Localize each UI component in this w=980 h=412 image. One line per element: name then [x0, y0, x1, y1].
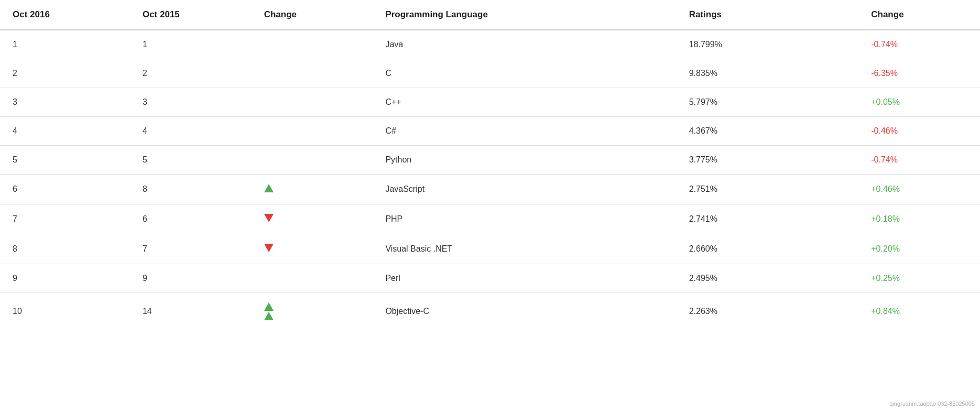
header-change2: Change	[858, 0, 980, 30]
cell-change-icon	[252, 146, 373, 175]
cell-language: PHP	[373, 204, 676, 234]
arrow-down-icon	[264, 214, 274, 222]
cell-ratings: 9.835%	[677, 59, 859, 88]
cell-change-icon	[252, 234, 373, 264]
header-ratings: Ratings	[677, 0, 859, 30]
cell-ratings: 2.495%	[677, 264, 859, 293]
cell-oct2015: 7	[130, 234, 252, 264]
cell-language: Perl	[373, 264, 676, 293]
table-row: 99Perl2.495%+0.25%	[0, 264, 980, 293]
cell-oct2016: 1	[0, 30, 130, 59]
cell-change-icon	[252, 175, 373, 204]
cell-oct2015: 3	[130, 88, 252, 117]
cell-change-value: -0.46%	[858, 117, 980, 146]
cell-ratings: 2.660%	[677, 234, 859, 264]
cell-ratings: 18.799%	[677, 30, 859, 59]
arrow-up-double-icon	[264, 302, 276, 320]
cell-oct2016: 8	[0, 234, 130, 264]
cell-oct2015: 1	[130, 30, 252, 59]
header-oct2015: Oct 2015	[130, 0, 252, 30]
cell-change-value: -6.35%	[858, 59, 980, 88]
cell-change-icon	[252, 59, 373, 88]
table-header: Oct 2016 Oct 2015 Change Programming Lan…	[0, 0, 980, 30]
cell-language: C++	[373, 88, 676, 117]
table-row: 44C#4.367%-0.46%	[0, 117, 980, 146]
cell-change-value: +0.46%	[858, 175, 980, 204]
rankings-table: Oct 2016 Oct 2015 Change Programming Lan…	[0, 0, 980, 330]
cell-oct2016: 6	[0, 175, 130, 204]
cell-ratings: 2.741%	[677, 204, 859, 234]
cell-ratings: 4.367%	[677, 117, 859, 146]
cell-change-icon	[252, 88, 373, 117]
cell-language: Objective-C	[373, 293, 676, 330]
arrow-up-icon	[264, 184, 274, 192]
cell-change-value: +0.84%	[858, 293, 980, 330]
cell-oct2015: 4	[130, 117, 252, 146]
cell-oct2015: 2	[130, 59, 252, 88]
table-row: 1014Objective-C2.263%+0.84%	[0, 293, 980, 330]
table-row: 11Java18.799%-0.74%	[0, 30, 980, 59]
cell-language: Java	[373, 30, 676, 59]
cell-change-value: +0.18%	[858, 204, 980, 234]
cell-language: JavaScript	[373, 175, 676, 204]
table-row: 22C9.835%-6.35%	[0, 59, 980, 88]
cell-oct2015: 14	[130, 293, 252, 330]
cell-change-icon	[252, 204, 373, 234]
cell-change-icon	[252, 293, 373, 330]
cell-ratings: 3.775%	[677, 146, 859, 175]
cell-language: Python	[373, 146, 676, 175]
table-row: 87Visual Basic .NET2.660%+0.20%	[0, 234, 980, 264]
cell-ratings: 2.263%	[677, 293, 859, 330]
cell-oct2016: 9	[0, 264, 130, 293]
cell-change-value: +0.25%	[858, 264, 980, 293]
cell-oct2016: 4	[0, 117, 130, 146]
cell-change-icon	[252, 30, 373, 59]
cell-oct2015: 9	[130, 264, 252, 293]
cell-language: Visual Basic .NET	[373, 234, 676, 264]
header-oct2016: Oct 2016	[0, 0, 130, 30]
cell-language: C	[373, 59, 676, 88]
cell-oct2016: 3	[0, 88, 130, 117]
table-row: 55Python3.775%-0.74%	[0, 146, 980, 175]
table-row: 76PHP2.741%+0.18%	[0, 204, 980, 234]
cell-language: C#	[373, 117, 676, 146]
cell-oct2015: 6	[130, 204, 252, 234]
table-row: 68JavaScript2.751%+0.46%	[0, 175, 980, 204]
cell-change-value: +0.05%	[858, 88, 980, 117]
cell-change-icon	[252, 264, 373, 293]
cell-oct2015: 5	[130, 146, 252, 175]
table-row: 33C++5.797%+0.05%	[0, 88, 980, 117]
cell-oct2016: 2	[0, 59, 130, 88]
header-change: Change	[252, 0, 373, 30]
cell-oct2016: 7	[0, 204, 130, 234]
cell-oct2015: 8	[130, 175, 252, 204]
cell-oct2016: 10	[0, 293, 130, 330]
cell-change-value: -0.74%	[858, 146, 980, 175]
cell-change-value: +0.20%	[858, 234, 980, 264]
cell-ratings: 2.751%	[677, 175, 859, 204]
arrow-down-icon	[264, 244, 274, 252]
cell-oct2016: 5	[0, 146, 130, 175]
cell-change-value: -0.74%	[858, 30, 980, 59]
cell-change-icon	[252, 117, 373, 146]
header-language: Programming Language	[373, 0, 676, 30]
cell-ratings: 5.797%	[677, 88, 859, 117]
